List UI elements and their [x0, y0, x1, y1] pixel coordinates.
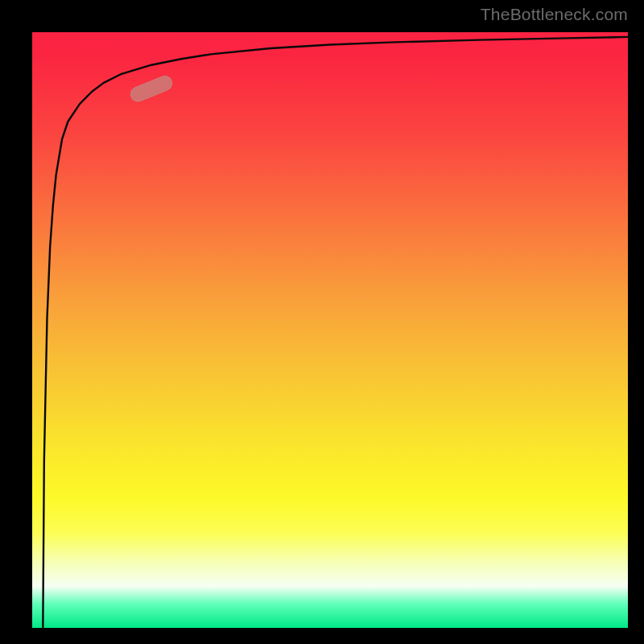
plot-background-gradient — [32, 32, 628, 628]
chart-stage: TheBottleneck.com — [0, 0, 644, 644]
attribution-label: TheBottleneck.com — [481, 5, 628, 24]
